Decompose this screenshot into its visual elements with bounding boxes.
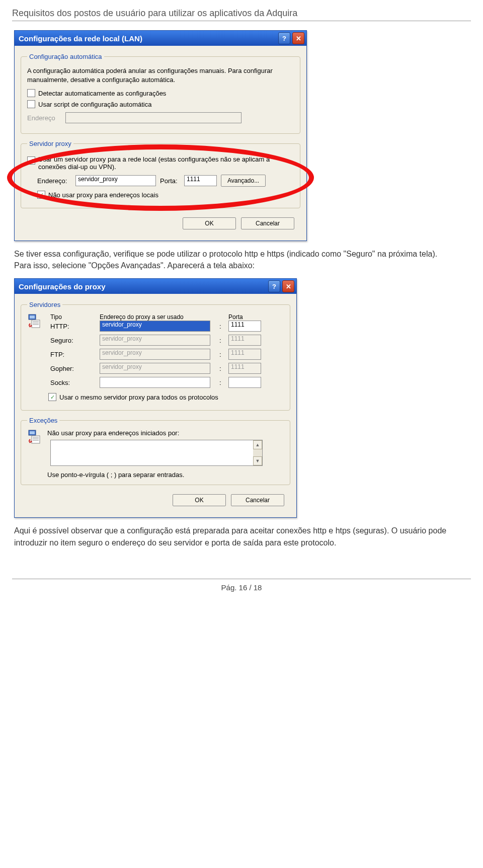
proxy-type-label: Gopher: xyxy=(50,365,96,372)
proxy-type-label: Seguro: xyxy=(50,337,96,344)
exceptions-legend: Exceções xyxy=(27,417,59,424)
col-type: Tipo xyxy=(50,313,96,321)
col-addr: Endereço do proxy a ser usado xyxy=(100,313,215,321)
exceptions-hint: Use ponto-e-vírgula ( ; ) para separar e… xyxy=(47,471,284,479)
proxy-server-group: Servidor proxy Usar um servidor proxy pa… xyxy=(21,140,300,208)
colon: : xyxy=(219,365,224,372)
proxy-legend: Servidor proxy xyxy=(27,140,73,147)
same-proxy-label: Usar o mesmo servidor proxy para todos o… xyxy=(59,393,218,401)
help-button[interactable]: ? xyxy=(268,280,280,292)
titlebar: Configurações da rede local (LAN) ? ✕ xyxy=(15,31,306,46)
proxy-port-input[interactable] xyxy=(228,377,261,388)
titlebar: Configurações do proxy ? ✕ xyxy=(15,279,296,294)
cancel-button[interactable]: Cancelar xyxy=(231,494,284,506)
detect-label: Detectar automaticamente as configuraçõe… xyxy=(38,90,166,97)
proxy-address-input: servidor_proxy xyxy=(100,363,210,374)
ok-button[interactable]: OK xyxy=(173,494,226,506)
bypass-local-label: Não usar proxy para endereços locais xyxy=(48,191,158,199)
exceptions-icon xyxy=(27,429,42,446)
exceptions-group: Exceções Não usar proxy para e xyxy=(21,417,290,485)
scroll-down-icon[interactable]: ▼ xyxy=(253,456,262,465)
proxy-address-input[interactable]: servidor_proxy xyxy=(75,175,156,186)
servers-icon xyxy=(27,313,42,330)
proxy-port-input[interactable]: 1111 xyxy=(184,175,217,186)
use-proxy-label: Usar um servidor proxy para a rede local… xyxy=(38,155,280,171)
proxy-port-input: 1111 xyxy=(228,349,261,360)
scrollbar[interactable]: ▲ ▼ xyxy=(253,440,262,465)
script-address-label: Endereço xyxy=(27,114,61,122)
svg-rect-9 xyxy=(32,436,40,443)
proxy-address-label: Endereço: xyxy=(37,177,71,185)
servers-legend: Servidores xyxy=(27,301,62,308)
proxy-address-input[interactable]: servidor_proxy xyxy=(100,321,210,332)
exceptions-textarea[interactable]: ▲ ▼ xyxy=(50,440,263,466)
same-proxy-checkbox[interactable] xyxy=(48,393,56,401)
scroll-up-icon[interactable]: ▲ xyxy=(253,440,262,449)
footer-rule xyxy=(12,579,471,579)
close-button[interactable]: ✕ xyxy=(292,32,304,44)
auto-config-legend: Configuração automática xyxy=(27,53,104,60)
page-number: Pág. 16 / 18 xyxy=(12,583,471,597)
close-button[interactable]: ✕ xyxy=(282,280,294,292)
colon: : xyxy=(219,351,224,358)
script-label: Usar script de configuração automática xyxy=(38,101,151,108)
script-checkbox[interactable] xyxy=(27,100,35,108)
svg-rect-1 xyxy=(30,315,35,319)
titlebar-text: Configurações da rede local (LAN) xyxy=(19,34,142,43)
colon: : xyxy=(219,337,224,344)
proxy-type-label: HTTP: xyxy=(50,323,96,330)
help-button[interactable]: ? xyxy=(278,32,290,44)
proxy-address-input: servidor_proxy xyxy=(100,335,210,346)
servers-group: Servidores Tipo xyxy=(21,301,290,411)
script-address-input[interactable] xyxy=(65,112,242,123)
exceptions-label: Não usar proxy para endereços iniciados … xyxy=(47,429,284,437)
page-title: Requisitos dos postos de usuário para ut… xyxy=(12,8,471,21)
colon: : xyxy=(219,323,224,330)
proxy-port-label: Porta: xyxy=(160,177,180,185)
auto-config-group: Configuração automática A configuração a… xyxy=(21,53,300,134)
svg-rect-8 xyxy=(30,431,35,434)
paragraph-2: Aqui é possível observar que a configura… xyxy=(14,525,452,548)
titlebar-text: Configurações do proxy xyxy=(19,282,106,291)
proxy-type-label: Socks: xyxy=(50,379,96,386)
col-port: Porta xyxy=(228,313,264,321)
proxy-settings-dialog: Configurações do proxy ? ✕ Servidores xyxy=(14,278,297,518)
auto-config-desc: A configuração automática poderá anular … xyxy=(27,66,294,84)
detect-checkbox[interactable] xyxy=(27,89,35,97)
proxy-port-input[interactable]: 1111 xyxy=(228,321,261,332)
proxy-port-input: 1111 xyxy=(228,335,261,346)
advanced-button[interactable]: Avançado... xyxy=(221,175,266,187)
lan-settings-dialog: Configurações da rede local (LAN) ? ✕ Co… xyxy=(14,30,307,241)
proxy-address-input[interactable] xyxy=(100,377,210,388)
bypass-local-checkbox[interactable] xyxy=(37,191,45,199)
ok-button[interactable]: OK xyxy=(183,217,236,229)
svg-rect-2 xyxy=(32,320,40,328)
proxy-address-input: servidor_proxy xyxy=(100,349,210,360)
proxy-port-input: 1111 xyxy=(228,363,261,374)
proxy-type-label: FTP: xyxy=(50,351,96,358)
colon: : xyxy=(219,379,224,386)
use-proxy-checkbox[interactable] xyxy=(27,156,35,165)
cancel-button[interactable]: Cancelar xyxy=(241,217,294,229)
paragraph-1: Se tiver essa configuração, verifique se… xyxy=(14,248,452,271)
